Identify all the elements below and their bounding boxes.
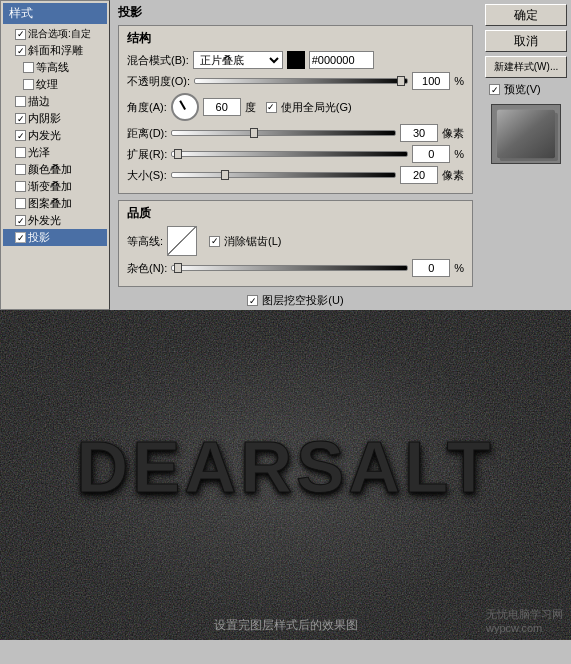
structure-title: 结构 — [127, 30, 464, 47]
bevel-cb[interactable] — [15, 45, 26, 56]
blend-mode-label: 混合模式(B): — [127, 53, 189, 68]
sidebar-item-texture[interactable]: 纹理 — [3, 76, 107, 93]
size-label: 大小(S): — [127, 168, 167, 183]
anti-alias-cb[interactable] — [209, 236, 220, 247]
dearsalt-text: DEARSALT — [76, 426, 495, 508]
opacity-slider[interactable] — [194, 78, 408, 84]
stroke-cb[interactable] — [15, 96, 26, 107]
sidebar-item-bevel[interactable]: 斜面和浮雕 — [3, 42, 107, 59]
preview-row: 预览(V) — [489, 82, 567, 97]
noise-row: 杂色(N): 0 % — [127, 259, 464, 277]
blend-mode-select[interactable]: 正片叠底 — [193, 51, 283, 69]
blend-checkbox[interactable] — [15, 29, 26, 40]
preview-cb[interactable] — [489, 84, 500, 95]
global-light-row: 使用全局光(G) — [266, 100, 352, 115]
angle-dial[interactable] — [171, 93, 199, 121]
watermark-url: wypcw.com — [486, 622, 542, 634]
angle-label: 角度(A): — [127, 100, 167, 115]
panel-title: 投影 — [118, 4, 473, 21]
contour-label: 等高线: — [127, 234, 163, 249]
inner-glow-cb[interactable] — [15, 130, 26, 141]
contour-row: 等高线: 消除锯齿(L) — [127, 226, 464, 256]
global-light-cb[interactable] — [266, 102, 277, 113]
texture-cb[interactable] — [23, 79, 34, 90]
spread-row: 扩展(R): 0 % — [127, 145, 464, 163]
inner-shadow-label: 内阴影 — [28, 111, 61, 126]
distance-input[interactable]: 30 — [400, 124, 438, 142]
sidebar-item-pattern-overlay[interactable]: 图案叠加 — [3, 195, 107, 212]
drop-shadow-cb[interactable] — [15, 232, 26, 243]
preview-label: 预览(V) — [504, 82, 541, 97]
size-input[interactable]: 20 — [400, 166, 438, 184]
texture-label: 纹理 — [36, 77, 58, 92]
distance-slider[interactable] — [171, 130, 396, 136]
outer-glow-label: 外发光 — [28, 213, 61, 228]
distance-thumb[interactable] — [250, 128, 258, 138]
knockout-row: 图层挖空投影(U) — [118, 293, 473, 308]
gradient-overlay-label: 渐变叠加 — [28, 179, 72, 194]
color-overlay-cb[interactable] — [15, 164, 26, 175]
blend-mode-row: 混合模式(B): 正片叠底 #000000 — [127, 51, 464, 69]
angle-unit: 度 — [245, 100, 256, 115]
spread-label: 扩展(R): — [127, 147, 167, 162]
preview-area: DEARSALT 设置完图层样式后的效果图 无忧电脑学习网 wypcw.com — [0, 310, 571, 640]
quality-section: 品质 等高线: 消除锯齿(L) 杂色(N): — [118, 200, 473, 287]
noise-unit: % — [454, 262, 464, 274]
contour1-cb[interactable] — [23, 62, 34, 73]
sidebar-item-drop-shadow[interactable]: 投影 — [3, 229, 107, 246]
opacity-input[interactable]: 100 — [412, 72, 450, 90]
sidebar-item-color-overlay[interactable]: 颜色叠加 — [3, 161, 107, 178]
noise-thumb[interactable] — [174, 263, 182, 273]
new-style-button[interactable]: 新建样式(W)... — [485, 56, 567, 78]
sidebar-item-blend[interactable]: 混合选项:自定 — [3, 26, 107, 42]
cancel-button[interactable]: 取消 — [485, 30, 567, 52]
sidebar-item-inner-shadow[interactable]: 内阴影 — [3, 110, 107, 127]
contour-preview[interactable] — [167, 226, 197, 256]
noise-slider[interactable] — [171, 265, 408, 271]
structure-section: 结构 混合模式(B): 正片叠底 #000000 不透明度(O): 100 % — [118, 25, 473, 194]
sidebar-item-gradient-overlay[interactable]: 渐变叠加 — [3, 178, 107, 195]
angle-row: 角度(A): 60 度 使用全局光(G) — [127, 93, 464, 121]
size-thumb[interactable] — [221, 170, 229, 180]
quality-title: 品质 — [127, 205, 464, 222]
opacity-thumb[interactable] — [397, 76, 405, 86]
distance-unit: 像素 — [442, 126, 464, 141]
spread-thumb[interactable] — [174, 149, 182, 159]
satin-cb[interactable] — [15, 147, 26, 158]
sidebar-item-stroke[interactable]: 描边 — [3, 93, 107, 110]
outer-glow-cb[interactable] — [15, 215, 26, 226]
distance-label: 距离(D): — [127, 126, 167, 141]
blend-label: 混合选项:自定 — [28, 27, 91, 41]
inner-shadow-cb[interactable] — [15, 113, 26, 124]
noise-input[interactable]: 0 — [412, 259, 450, 277]
opacity-label: 不透明度(O): — [127, 74, 190, 89]
spread-input[interactable]: 0 — [412, 145, 450, 163]
size-row: 大小(S): 20 像素 — [127, 166, 464, 184]
opacity-unit: % — [454, 75, 464, 87]
distance-row: 距离(D): 30 像素 — [127, 124, 464, 142]
pattern-overlay-cb[interactable] — [15, 198, 26, 209]
knockout-cb[interactable] — [247, 295, 258, 306]
size-unit: 像素 — [442, 168, 464, 183]
sidebar-item-outer-glow[interactable]: 外发光 — [3, 212, 107, 229]
angle-input[interactable]: 60 — [203, 98, 241, 116]
spread-unit: % — [454, 148, 464, 160]
styles-sidebar: 样式 混合选项:自定 斜面和浮雕 等高线 纹理 描边 内阴影 内发光 — [0, 0, 110, 310]
spread-slider[interactable] — [171, 151, 408, 157]
opacity-row: 不透明度(O): 100 % — [127, 72, 464, 90]
sidebar-item-contour1[interactable]: 等高线 — [3, 59, 107, 76]
sidebar-title: 样式 — [3, 3, 107, 24]
anti-alias-row: 消除锯齿(L) — [209, 234, 281, 249]
sidebar-item-satin[interactable]: 光泽 — [3, 144, 107, 161]
pattern-overlay-label: 图案叠加 — [28, 196, 72, 211]
sidebar-item-inner-glow[interactable]: 内发光 — [3, 127, 107, 144]
shadow-color-box[interactable] — [287, 51, 305, 69]
size-slider[interactable] — [171, 172, 396, 178]
hex-color-input[interactable]: #000000 — [309, 51, 374, 69]
contour1-label: 等高线 — [36, 60, 69, 75]
right-buttons-panel: 确定 取消 新建样式(W)... 预览(V) — [481, 0, 571, 310]
ok-button[interactable]: 确定 — [485, 4, 567, 26]
global-light-label: 使用全局光(G) — [281, 100, 352, 115]
gradient-overlay-cb[interactable] — [15, 181, 26, 192]
watermark: 无忧电脑学习网 wypcw.com — [486, 607, 563, 634]
